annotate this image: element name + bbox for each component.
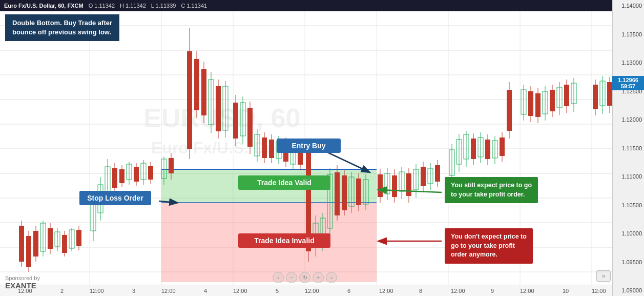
price-label: 1.13000 [615, 60, 642, 66]
nav-right-button[interactable]: › [326, 272, 337, 283]
current-price-time: 59:57 [621, 83, 635, 89]
svg-rect-64 [187, 51, 192, 149]
svg-rect-40 [76, 230, 81, 246]
current-price-value: 1.12966 [618, 77, 638, 83]
right-red-annotation: You don't expect price togo to your take… [445, 228, 533, 264]
svg-rect-110 [356, 179, 361, 205]
price-label: 1.09500 [615, 259, 642, 265]
svg-rect-58 [148, 166, 153, 180]
svg-rect-166 [593, 85, 598, 109]
time-label: 6 [347, 288, 350, 294]
svg-rect-34 [55, 232, 60, 246]
time-label: 10 [563, 288, 569, 294]
svg-rect-116 [385, 173, 390, 194]
right-green-annotation: You still expect price to goto your take… [445, 177, 538, 203]
svg-rect-48 [112, 168, 117, 188]
svg-rect-148 [507, 90, 512, 131]
watermark-line1: EURUSD, 60 [143, 103, 300, 133]
svg-rect-38 [69, 230, 74, 248]
svg-rect-26 [26, 236, 31, 267]
svg-rect-60 [161, 159, 167, 179]
nav-reset-button[interactable]: ↻ [299, 272, 310, 283]
svg-rect-136 [464, 134, 469, 159]
time-label: 4 [204, 288, 207, 294]
svg-line-171 [325, 151, 369, 172]
svg-rect-32 [48, 228, 53, 249]
chart-header: Euro Fx/U.S. Dollar, 60, FXCM O 1.11342 … [0, 0, 612, 11]
svg-rect-36 [62, 235, 67, 253]
price-label: 1.12000 [615, 116, 642, 123]
ohlc-high: H 1.11342 [120, 3, 146, 9]
time-label: 2 [60, 288, 64, 294]
time-label: 3 [132, 288, 135, 294]
chart-symbol: Euro Fx/U.S. Dollar, 60, FXCM [4, 3, 84, 9]
trade-valid-label: Trade Idea Valid [238, 175, 330, 190]
svg-rect-152 [528, 91, 533, 116]
svg-rect-128 [428, 168, 433, 184]
time-label: 12:00 [305, 288, 319, 294]
svg-rect-130 [435, 165, 440, 182]
price-axis: 1.14000 1.13500 1.13000 1.12500 1.12000 … [612, 0, 644, 296]
svg-rect-42 [91, 203, 96, 231]
svg-rect-156 [543, 91, 548, 114]
svg-rect-50 [119, 169, 124, 183]
nav-minus-button[interactable]: − [286, 272, 297, 283]
svg-rect-170 [607, 82, 612, 106]
svg-rect-146 [500, 137, 505, 156]
svg-rect-144 [492, 141, 497, 158]
time-label: 8 [419, 288, 422, 294]
svg-rect-138 [471, 139, 476, 159]
top-annotation: Double Bottom. Buy Trade afterbounce off… [5, 14, 119, 41]
svg-rect-30 [40, 223, 46, 251]
svg-rect-140 [478, 137, 483, 157]
svg-rect-158 [550, 90, 555, 111]
entry-buy-label: Entry Buy [277, 139, 341, 153]
svg-rect-124 [413, 169, 419, 190]
svg-rect-62 [169, 158, 174, 173]
fast-forward-button[interactable]: » [596, 270, 611, 282]
sponsored-label: Sponsored by [5, 275, 40, 281]
svg-rect-132 [449, 150, 454, 175]
price-label: 1.13500 [615, 31, 642, 37]
price-label: 1.10000 [615, 230, 642, 236]
time-label: 12:00 [233, 288, 247, 294]
time-label: 12:00 [379, 288, 393, 294]
svg-rect-28 [33, 231, 38, 256]
price-label: 1.11000 [615, 173, 642, 180]
current-price-badge: 1.12966 59:57 [612, 76, 644, 90]
time-axis: 12:00 2 12:00 3 12:00 4 12:00 5 12:00 6 … [0, 285, 612, 296]
sponsored-brand: EXANTE [5, 281, 40, 290]
price-label: 1.10500 [615, 202, 642, 208]
stop-loss-label: Stop Loss Order [79, 191, 151, 205]
nav-left-button[interactable]: ‹ [273, 272, 284, 283]
svg-rect-114 [378, 174, 383, 197]
svg-rect-150 [521, 90, 526, 114]
svg-rect-164 [571, 83, 576, 104]
time-label: 12:00 [592, 288, 606, 294]
time-label: 5 [276, 288, 279, 294]
svg-rect-168 [600, 81, 605, 106]
svg-rect-160 [557, 87, 562, 108]
nav-buttons: ‹ − ↻ + › [273, 272, 337, 283]
svg-rect-54 [134, 167, 139, 182]
trade-invalid-label: Trade Idea Invalid [238, 233, 330, 248]
chart-container: Euro Fx/U.S. Dollar, 60, FXCM O 1.11342 … [0, 0, 644, 296]
price-label: 1.14000 [615, 3, 642, 9]
time-label: 12:00 [161, 288, 176, 294]
svg-rect-24 [19, 226, 24, 262]
svg-rect-52 [127, 164, 132, 180]
svg-rect-112 [363, 180, 368, 204]
svg-rect-142 [485, 140, 490, 159]
svg-rect-120 [399, 172, 404, 191]
nav-plus-button[interactable]: + [313, 272, 324, 283]
time-label: 12:00 [520, 288, 534, 294]
time-label: 12:00 [90, 288, 104, 294]
svg-rect-126 [421, 167, 426, 186]
top-annotation-text: Double Bottom. Buy Trade afterbounce off… [12, 19, 112, 36]
svg-rect-134 [456, 140, 462, 164]
svg-line-172 [159, 201, 177, 203]
time-label: 9 [491, 288, 494, 294]
price-label: 1.11500 [615, 145, 642, 151]
price-label: 1.09000 [615, 287, 642, 293]
sponsored-section: Sponsored by EXANTE [5, 275, 40, 290]
